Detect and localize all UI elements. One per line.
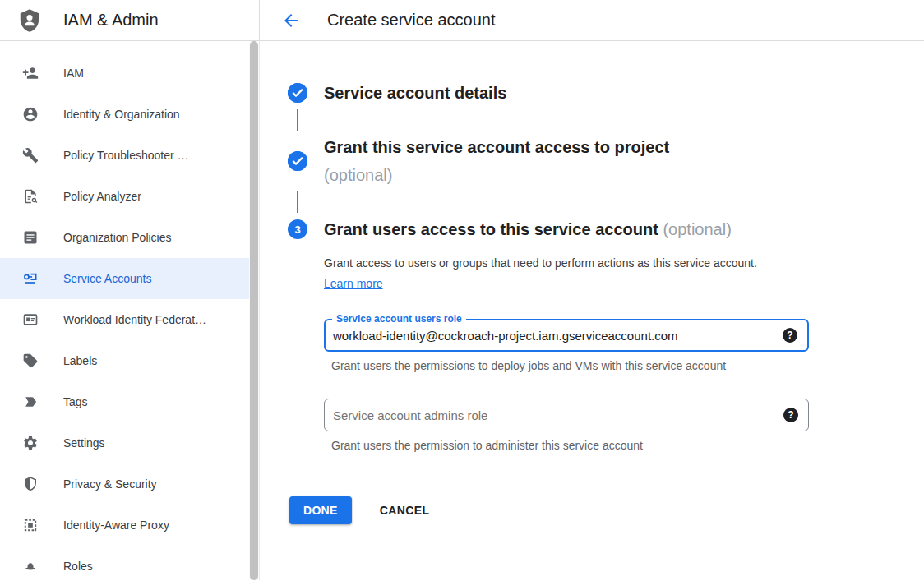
org-policies-icon: [22, 229, 39, 246]
step-description: Grant access to users or groups that nee…: [324, 253, 781, 294]
sidebar-item-settings[interactable]: Settings: [0, 422, 249, 463]
half-shield-icon: [22, 476, 39, 492]
sidebar-item-label: Tags: [63, 395, 88, 408]
step-complete-check-icon: [288, 151, 307, 171]
policy-analyzer-icon: [22, 188, 39, 205]
service-account-admins-role-field: ?: [324, 399, 809, 431]
step-title: Grant users access to this service accou…: [324, 215, 732, 243]
stepper-connector: [297, 191, 298, 213]
step-optional-label: (optional): [324, 166, 392, 184]
help-icon[interactable]: ?: [783, 408, 798, 422]
person-add-icon: [22, 65, 39, 81]
sidebar-item-label: Workload Identity Federat…: [63, 313, 206, 326]
roles-hat-icon: [22, 558, 39, 574]
sidebar-item-label: Identity & Organization: [63, 108, 180, 121]
service-account-users-role-field: Service account users role ?: [324, 319, 809, 352]
service-accounts-icon: [22, 270, 39, 287]
sidebar-item-label: Identity-Aware Proxy: [63, 519, 169, 532]
sidebar-item-label: Policy Analyzer: [63, 190, 141, 203]
step-3-grant-users-access: 3 Grant users access to this service acc…: [288, 215, 924, 243]
page-header: Create service account: [260, 0, 924, 40]
sidebar-item-label: Labels: [63, 354, 97, 367]
sidebar-item-label: Organization Policies: [63, 231, 172, 244]
field-helper-text: Grant users the permission to administer…: [331, 439, 808, 453]
sidebar-item-service-accounts[interactable]: Service Accounts: [0, 258, 249, 299]
step-title-text: Grant users access to this service accou…: [324, 220, 658, 238]
gear-icon: [22, 435, 39, 451]
label-icon: [22, 353, 39, 369]
step-title: Grant this service account access to pro…: [324, 133, 669, 189]
tag-icon: [22, 394, 39, 410]
sidebar-item-label: Service Accounts: [63, 272, 151, 285]
sidebar-item-label: Policy Troubleshooter …: [63, 149, 189, 162]
page-title: Create service account: [327, 11, 496, 30]
wrench-icon: [22, 147, 39, 164]
main-content: Service account details Grant this servi…: [260, 41, 924, 580]
workload-identity-icon: [22, 311, 39, 328]
step-2-grant-access-to-project: Grant this service account access to pro…: [288, 133, 924, 189]
sidebar-item-label: Roles: [63, 560, 93, 573]
sidebar-item-label: Privacy & Security: [63, 477, 157, 491]
sidebar-item-tags[interactable]: Tags: [0, 381, 249, 422]
cancel-button[interactable]: CANCEL: [367, 496, 443, 524]
step-3-body: Grant access to users or groups that nee…: [324, 253, 924, 453]
learn-more-link[interactable]: Learn more: [324, 277, 383, 290]
sidebar-scrollbar-thumb[interactable]: [250, 41, 258, 580]
step-title: Service account details: [324, 79, 506, 107]
done-button[interactable]: DONE: [289, 496, 352, 524]
product-header: IAM & Admin: [0, 0, 260, 40]
field-helper-text: Grant users the permissions to deploy jo…: [331, 359, 808, 373]
step-description-text: Grant access to users or groups that nee…: [324, 256, 757, 270]
sidebar-item-workload-identity-federation[interactable]: Workload Identity Federat…: [0, 299, 249, 340]
account-circle-icon: [22, 106, 39, 122]
sidebar-item-identity-aware-proxy[interactable]: Identity-Aware Proxy: [0, 505, 249, 546]
help-icon[interactable]: ?: [783, 328, 797, 343]
sidebar-item-privacy-security[interactable]: Privacy & Security: [0, 463, 249, 505]
iap-icon: [22, 517, 39, 533]
stepper-connector: [297, 109, 298, 131]
sidebar-item-roles[interactable]: Roles: [0, 546, 249, 580]
step-1-service-account-details: Service account details: [288, 79, 924, 107]
sidebar-item-identity-organization[interactable]: Identity & Organization: [0, 94, 249, 135]
iam-admin-shield-logo-icon: [17, 8, 42, 33]
sidebar-item-labels[interactable]: Labels: [0, 340, 249, 381]
sidebar-scrollbar-track[interactable]: [249, 41, 259, 580]
step-number-badge: 3: [288, 219, 307, 239]
sidebar-item-policy-analyzer[interactable]: Policy Analyzer: [0, 176, 249, 217]
sidebar-item-label: Settings: [63, 436, 105, 450]
sidebar-item-policy-troubleshooter[interactable]: Policy Troubleshooter …: [0, 135, 249, 176]
product-title: IAM & Admin: [63, 11, 159, 30]
service-account-admins-role-input[interactable]: [325, 399, 808, 431]
app-header: IAM & Admin Create service account: [0, 0, 924, 41]
sidebar-item-iam[interactable]: IAM: [0, 53, 249, 94]
sidebar-item-organization-policies[interactable]: Organization Policies: [0, 217, 249, 258]
back-arrow-icon[interactable]: [281, 11, 301, 30]
step-optional-label: (optional): [663, 220, 731, 238]
action-buttons: DONE CANCEL: [289, 496, 924, 524]
field-label: Service account users role: [332, 313, 466, 325]
sidebar-item-label: IAM: [63, 67, 84, 80]
sidebar: IAM Identity & Organization Policy Troub…: [0, 41, 260, 580]
step-number: 3: [294, 224, 300, 236]
step-complete-check-icon: [288, 83, 307, 103]
step-title-text: Grant this service account access to pro…: [324, 138, 669, 156]
